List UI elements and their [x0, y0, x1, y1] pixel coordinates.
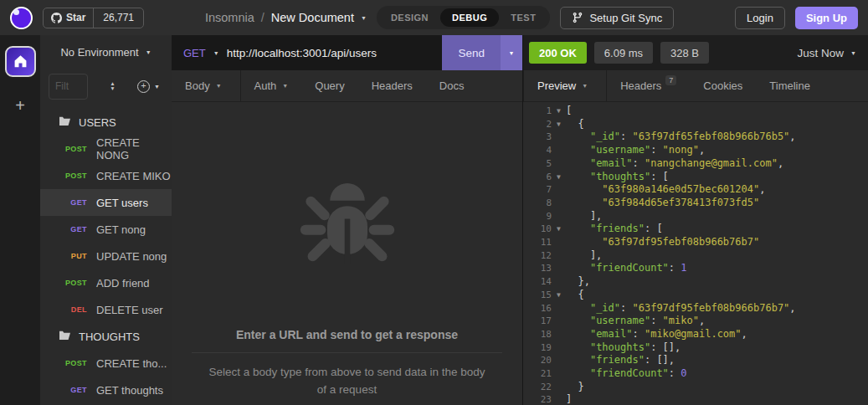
top-bar: Star 26,771 Insomnia / New Document ▼ DE…	[0, 0, 868, 35]
fold-spacer	[552, 367, 566, 381]
fold-spacer	[552, 236, 566, 249]
code-text: "_id": "63f97df65febf08b966b76b5",	[566, 131, 796, 144]
response-body: 1▼[2▼ {3 "_id": "63f97df65febf08b966b76b…	[523, 102, 868, 405]
fold-caret-icon[interactable]: ▼	[552, 105, 566, 118]
mode-tab-test[interactable]: TEST	[499, 8, 547, 27]
sidebar-request-get-thoughts[interactable]: GETGET thoughts	[40, 377, 172, 403]
empty-state-subtitle: Select a body type from above to send da…	[203, 363, 491, 398]
code-text: "63f97df95febf08b966b76b7"	[566, 236, 759, 249]
code-text: [	[566, 105, 572, 118]
sidebar-request-get-nong[interactable]: GETGET nong	[40, 216, 172, 243]
response-tab-headers[interactable]: Headers7	[607, 70, 690, 101]
response-size-badge: 328 B	[660, 42, 709, 64]
sidebar-folder-users[interactable]: USERS	[40, 109, 172, 136]
code-line: 17 "username": "miko",	[523, 315, 868, 328]
home-button[interactable]	[5, 46, 36, 77]
fold-caret-icon[interactable]: ▼	[552, 118, 566, 131]
sidebar-request-create-nong[interactable]: POSTCREATE NONG	[40, 136, 172, 162]
sidebar-request-update-nong[interactable]: PUTUPDATE nong	[40, 243, 172, 269]
request-name: DELETE user	[96, 304, 162, 316]
fold-caret-icon[interactable]: ▼	[552, 289, 566, 302]
code-text: "thoughts": [],	[566, 341, 681, 355]
request-tab-query[interactable]: Query	[301, 70, 357, 101]
chevron-down-icon: ▼	[213, 50, 219, 56]
request-tab-auth[interactable]: Auth▼	[241, 70, 302, 101]
environment-dropdown[interactable]: No Environment ▼	[40, 35, 172, 69]
add-workspace-button[interactable]: +	[15, 97, 25, 114]
code-line: 4 "username": "nong",	[523, 144, 868, 157]
method-tag: DEL	[64, 305, 87, 314]
line-number: 11	[523, 236, 552, 249]
sort-icon[interactable]: ▲▼	[110, 81, 115, 91]
send-button[interactable]: Send	[442, 35, 501, 70]
mode-tab-design[interactable]: DESIGN	[379, 8, 440, 27]
chevron-down-icon: ▼	[509, 50, 515, 56]
fold-caret-icon[interactable]: ▼	[552, 223, 566, 236]
code-line: 5 "email": "nangchange@gmail.com",	[523, 157, 868, 171]
line-number: 16	[523, 302, 552, 315]
sidebar-request-create-miko[interactable]: POSTCREATE MIKO	[40, 162, 172, 189]
sidebar-request-delete-user[interactable]: DELDELETE user	[40, 296, 172, 323]
code-line: 20 "friends": [],	[523, 354, 868, 367]
insomnia-logo[interactable]	[10, 7, 33, 29]
signup-button[interactable]: Sign Up	[795, 7, 858, 29]
code-text: "friends": [],	[566, 354, 675, 367]
url-input[interactable]: http://localhost:3001/api/users	[227, 47, 443, 59]
mode-tab-debug[interactable]: DEBUG	[440, 8, 499, 27]
method-tag: POST	[64, 172, 87, 180]
response-tab-cookies[interactable]: Cookies	[690, 70, 756, 101]
chevron-down-icon: ▼	[850, 50, 856, 56]
method-tag: PUT	[64, 252, 87, 260]
line-number: 4	[523, 144, 552, 157]
code-line: 7 "63f980a146e0d57bec601204",	[523, 183, 868, 197]
sidebar-folder-thoughts[interactable]: THOUGHTS	[40, 323, 172, 350]
request-tab-headers[interactable]: Headers	[358, 70, 426, 101]
sidebar-request-get-users[interactable]: GETGET users	[40, 189, 172, 216]
sidebar-request-add-friend[interactable]: POSTADD friend	[40, 269, 172, 296]
line-number: 9	[523, 210, 552, 223]
line-number: 8	[523, 197, 552, 210]
history-label: Just Now	[798, 47, 845, 59]
login-button[interactable]: Login	[735, 7, 785, 29]
request-tab-body[interactable]: Body▼	[172, 70, 241, 101]
fold-spacer	[552, 381, 566, 394]
breadcrumb[interactable]: Insomnia / New Document ▼	[205, 11, 367, 24]
filter-input[interactable]	[49, 74, 88, 100]
fold-spacer	[552, 328, 566, 341]
git-branch-icon	[572, 12, 583, 23]
line-number: 7	[523, 183, 552, 197]
code-text: ]	[566, 393, 572, 405]
tab-label: Headers	[372, 79, 413, 92]
response-tab-preview[interactable]: Preview▼	[523, 70, 607, 101]
folder-icon	[59, 115, 71, 129]
code-text: "friendCount": 0	[566, 367, 687, 381]
tab-label: Docs	[439, 79, 465, 92]
fold-caret-icon[interactable]: ▼	[552, 171, 566, 184]
request-tab-docs[interactable]: Docs	[426, 70, 478, 101]
code-text: {	[566, 289, 584, 302]
line-number: 3	[523, 131, 552, 144]
code-line: 6▼ "thoughts": [	[523, 171, 868, 184]
request-name: ADD friend	[96, 277, 150, 290]
line-number: 22	[523, 381, 552, 394]
code-line: 14 },	[523, 275, 868, 289]
request-name: CREATE MIKO	[96, 170, 171, 182]
code-line: 22 }	[523, 381, 868, 394]
send-options-button[interactable]: ▼	[501, 35, 522, 70]
create-request-button[interactable]: + ▼	[137, 80, 160, 93]
github-star-widget[interactable]: Star 26,771	[43, 8, 144, 28]
code-text: "email": "miko@gmail.com",	[566, 328, 747, 341]
line-number: 14	[523, 275, 552, 289]
method-tag: GET	[64, 386, 87, 394]
request-method-dropdown[interactable]: GET	[172, 47, 213, 59]
code-text: "username": "nong",	[566, 144, 705, 157]
status-badge: 200 OK	[529, 42, 587, 64]
setup-git-sync-button[interactable]: Setup Git Sync	[560, 7, 674, 29]
environment-label: No Environment	[60, 46, 138, 59]
line-number: 10	[523, 223, 552, 236]
response-tab-timeline[interactable]: Timeline	[756, 70, 824, 101]
response-history-dropdown[interactable]: Just Now ▼	[798, 47, 856, 59]
code-line: 11 "63f97df95febf08b966b76b7"	[523, 236, 868, 249]
sidebar-request-create-tho-[interactable]: POSTCREATE tho...	[40, 350, 172, 377]
code-text: "friends": [	[566, 223, 663, 236]
